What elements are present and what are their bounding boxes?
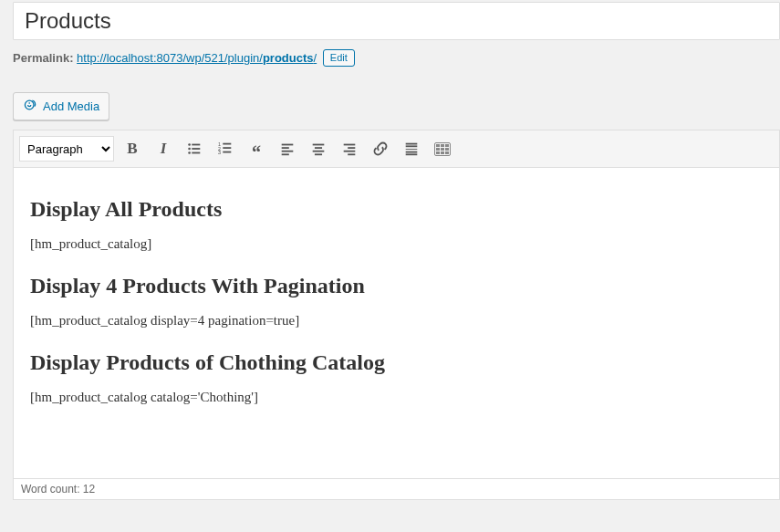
align-center-button[interactable] [306,136,331,162]
svg-rect-27 [406,149,418,150]
word-count-label: Word count: [21,483,79,495]
editor-content-area[interactable]: Display All Products [hm_product_catalog… [14,168,779,478]
content-heading: Display Products of Chothing Catalog [30,350,763,375]
keyboard-icon [434,142,451,156]
content-heading: Display 4 Products With Pagination [30,274,763,298]
svg-rect-29 [406,153,418,155]
editor-toolbar: Paragraph B I 123 “ [14,130,779,168]
insert-more-button[interactable] [399,136,424,162]
align-left-icon [279,141,296,157]
read-more-icon [403,141,420,157]
bulleted-list-button[interactable] [182,136,207,162]
svg-text:3: 3 [218,150,221,155]
svg-point-5 [188,151,191,154]
svg-rect-19 [313,151,325,152]
align-left-button[interactable] [275,136,300,162]
bold-icon: B [127,140,137,158]
add-media-button[interactable]: Add Media [13,92,109,120]
permalink-link[interactable]: http://localhost:8073/wp/521/plugin/prod… [77,51,317,65]
numbered-list-icon: 123 [217,141,234,157]
svg-rect-20 [315,153,322,155]
svg-rect-6 [192,152,200,154]
editor-container: Paragraph B I 123 “ [13,130,780,500]
permalink-base: http://localhost:8073/wp/521/plugin/ [77,51,263,65]
bulleted-list-icon [186,141,203,157]
content-heading: Display All Products [30,197,763,222]
italic-button[interactable]: I [151,136,176,162]
svg-rect-15 [282,151,294,152]
svg-rect-10 [223,147,231,149]
editor-statusbar: Word count: 12 [14,478,779,499]
svg-rect-13 [282,144,294,146]
svg-rect-26 [406,145,418,147]
content-paragraph: [hm_product_catalog catalog='Chothing'] [30,390,763,405]
svg-point-1 [188,143,191,146]
content-paragraph: [hm_product_catalog display=4 pagination… [30,313,763,329]
numbered-list-button[interactable]: 123 [213,136,238,162]
svg-rect-14 [282,147,289,149]
insert-link-button[interactable] [368,136,393,162]
link-icon [372,141,389,157]
permalink-row: Permalink: http://localhost:8073/wp/521/… [13,49,780,67]
permalink-slug: products [263,51,314,65]
content-paragraph: [hm_product_catalog] [30,236,763,252]
toolbar-toggle-button[interactable] [430,136,455,162]
svg-rect-21 [344,144,356,146]
bold-button[interactable]: B [120,136,145,162]
svg-rect-22 [348,147,355,149]
svg-rect-16 [282,153,289,155]
svg-rect-12 [223,151,231,153]
svg-rect-18 [315,147,322,149]
svg-rect-4 [192,148,200,150]
align-right-icon [341,141,358,157]
permalink-trail: / [314,51,317,65]
align-right-button[interactable] [337,136,362,162]
post-title-input[interactable] [13,2,780,40]
svg-point-0 [25,100,34,110]
svg-rect-17 [313,144,325,146]
format-select[interactable]: Paragraph [19,136,114,162]
word-count-value: 12 [83,483,95,495]
blockquote-button[interactable]: “ [244,136,269,162]
align-center-icon [310,141,327,157]
svg-rect-28 [406,151,418,153]
svg-rect-24 [348,153,355,155]
svg-point-3 [188,148,191,151]
media-icon [23,98,37,115]
svg-rect-2 [192,144,200,146]
permalink-label: Permalink: [13,51,73,65]
svg-rect-8 [223,143,231,145]
svg-rect-23 [344,151,356,152]
permalink-edit-button[interactable]: Edit [323,49,355,67]
italic-icon: I [161,140,167,158]
add-media-label: Add Media [43,99,99,113]
svg-rect-25 [406,143,418,145]
